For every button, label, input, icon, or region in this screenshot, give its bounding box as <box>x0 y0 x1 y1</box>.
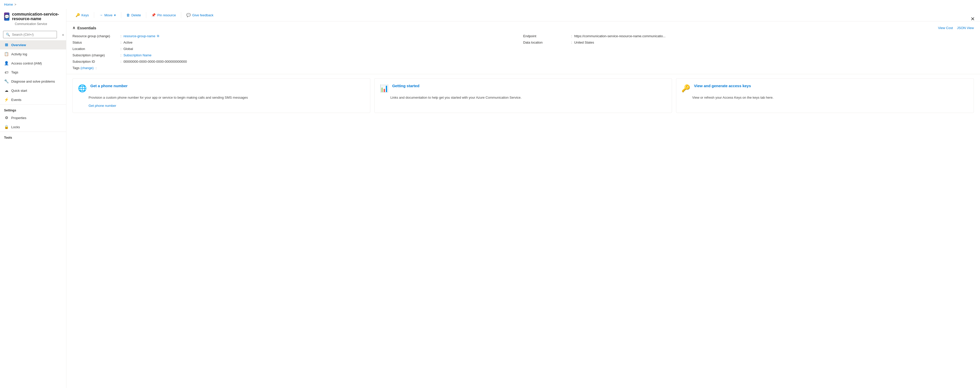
pin-label: Pin resource <box>157 13 176 17</box>
keys-button[interactable]: 🔑 Keys <box>73 11 92 19</box>
data-location-row: Data location : United States <box>523 41 974 44</box>
activity-log-icon: 📋 <box>4 52 9 56</box>
quickstart-icon: ☁ <box>4 88 9 93</box>
subscription-value[interactable]: Subscription Name <box>124 53 151 57</box>
subid-sep: : <box>121 60 121 63</box>
view-cost-link[interactable]: View Cost <box>938 26 953 30</box>
subscription-id-row: Subscription ID : 00000000-0000-0000-000… <box>73 60 523 63</box>
subscription-row: Subscription (change) : Subscription Nam… <box>73 53 523 57</box>
delete-label: Delete <box>131 13 141 17</box>
sidebar-item-properties[interactable]: ⚙ Properties <box>0 113 66 122</box>
keys-icon: 🔑 <box>76 13 80 17</box>
essentials-right-col: Endpoint : https://communication-service… <box>523 34 974 63</box>
resource-group-value[interactable]: resource-group-name <box>124 34 156 38</box>
sidebar-item-activity-log-label: Activity log <box>11 52 27 56</box>
copy-rg-icon[interactable]: ⧉ <box>157 34 159 38</box>
subscription-id-value: 00000000-0000-0000-0000-000000000000 <box>124 60 187 63</box>
sidebar-item-access-control[interactable]: 👤 Access control (IAM) <box>0 59 66 68</box>
card-get-phone-number-title[interactable]: Get a phone number <box>90 84 127 88</box>
feedback-label: Give feedback <box>192 13 213 17</box>
sidebar-item-quickstart[interactable]: ☁ Quick start <box>0 86 66 95</box>
resource-icon: 💬 <box>4 13 10 21</box>
breadcrumb: Home > <box>0 0 980 9</box>
data-location-label: Data location <box>523 41 569 44</box>
sidebar-item-locks-label: Locks <box>11 125 20 129</box>
search-input[interactable] <box>12 33 54 36</box>
endpoint-value: https://communication-service-resource-n… <box>574 34 666 38</box>
essentials-title-text: Essentials <box>77 26 96 30</box>
subscription-id-label: Subscription ID <box>73 60 118 63</box>
locks-icon: 🔒 <box>4 125 9 129</box>
card-access-keys: 🔑 View and generate access keys View or … <box>676 78 974 113</box>
search-box[interactable]: 🔍 <box>3 31 57 38</box>
sidebar-item-activity-log[interactable]: 📋 Activity log <box>0 49 66 59</box>
card-access-keys-title[interactable]: View and generate access keys <box>694 84 751 88</box>
card-get-phone-number-header: 🌐 Get a phone number <box>78 84 365 93</box>
rg-sep: : <box>121 34 121 38</box>
move-button[interactable]: → Move ▾ <box>96 11 119 19</box>
status-value: Active <box>124 41 132 44</box>
json-view-link[interactable]: JSON View <box>957 26 974 30</box>
essentials-grid: Resource group (change) : resource-group… <box>73 34 974 63</box>
access-keys-card-icon: 🔑 <box>681 84 690 93</box>
move-label: Move <box>104 13 113 17</box>
location-sep: : <box>121 47 121 51</box>
essentials-section: ∧ Essentials View Cost JSON View Resourc… <box>66 21 980 74</box>
card-get-phone-number-desc: Provision a custom phone number for your… <box>78 95 365 100</box>
location-label: Location <box>73 47 118 51</box>
essentials-collapse-icon[interactable]: ∧ <box>73 25 75 30</box>
sidebar-header: 💬 communication-service-resource-name Co… <box>0 9 66 28</box>
main-content: 🔑 Keys → Move ▾ 🗑 Delete 📌 Pin resou <box>66 9 980 388</box>
card-getting-started-title[interactable]: Getting started <box>392 84 420 88</box>
feedback-button[interactable]: 💬 Give feedback <box>183 11 216 19</box>
sidebar: 💬 communication-service-resource-name Co… <box>0 9 66 388</box>
card-get-phone-number: 🌐 Get a phone number Provision a custom … <box>73 78 370 113</box>
breadcrumb-separator: > <box>14 3 16 6</box>
location-value: Global <box>124 47 133 51</box>
resource-group-label: Resource group (change) <box>73 34 118 38</box>
endpoint-label: Endpoint <box>523 34 569 38</box>
close-button[interactable]: ✕ <box>970 16 975 22</box>
overview-icon: ⊞ <box>4 43 9 47</box>
breadcrumb-home[interactable]: Home <box>4 3 13 6</box>
move-icon: → <box>99 13 103 17</box>
resource-group-row: Resource group (change) : resource-group… <box>73 34 523 38</box>
pin-resource-button[interactable]: 📌 Pin resource <box>148 11 179 19</box>
delete-icon: 🗑 <box>126 13 130 17</box>
cards-section: 🌐 Get a phone number Provision a custom … <box>66 78 980 119</box>
keys-label: Keys <box>81 13 89 17</box>
tags-icon: 🏷 <box>4 70 9 74</box>
subscription-label: Subscription (change) <box>73 53 118 57</box>
get-phone-number-link[interactable]: Get phone number <box>78 104 365 108</box>
sidebar-item-quickstart-label: Quick start <box>11 89 27 93</box>
sidebar-item-diagnose[interactable]: 🔧 Diagnose and solve problems <box>0 77 66 86</box>
data-location-value: United States <box>574 41 594 44</box>
sidebar-nav: ⊞ Overview 📋 Activity log 👤 Access contr… <box>0 40 66 141</box>
collapse-sidebar-button[interactable]: « <box>60 31 66 38</box>
tags-change-link[interactable]: (change) <box>80 66 94 70</box>
endpoint-row: Endpoint : https://communication-service… <box>523 34 974 38</box>
sidebar-item-tags-label: Tags <box>11 70 18 74</box>
search-icon: 🔍 <box>6 33 10 36</box>
sidebar-item-diagnose-label: Diagnose and solve problems <box>11 79 55 83</box>
sidebar-item-locks[interactable]: 🔒 Locks <box>0 122 66 131</box>
essentials-actions: View Cost JSON View <box>938 26 974 30</box>
search-row: 🔍 « <box>0 28 66 40</box>
sidebar-item-overview[interactable]: ⊞ Overview <box>0 40 66 49</box>
pin-icon: 📌 <box>151 13 156 17</box>
essentials-header: ∧ Essentials View Cost JSON View <box>73 25 974 30</box>
feedback-icon: 💬 <box>186 13 191 17</box>
sidebar-item-tags[interactable]: 🏷 Tags <box>0 68 66 77</box>
settings-section-label: Settings <box>0 104 66 113</box>
endpoint-sep: : <box>571 34 572 38</box>
delete-button[interactable]: 🗑 Delete <box>123 11 144 19</box>
sidebar-item-access-control-label: Access control (IAM) <box>11 62 42 65</box>
dl-sep: : <box>571 41 572 44</box>
tags-label: Tags <box>73 66 80 70</box>
subscription-sep: : <box>121 53 121 57</box>
sidebar-item-events[interactable]: ⚡ Events <box>0 95 66 104</box>
events-icon: ⚡ <box>4 97 9 102</box>
status-sep: : <box>121 41 121 44</box>
diagnose-icon: 🔧 <box>4 79 9 84</box>
access-control-icon: 👤 <box>4 61 9 65</box>
